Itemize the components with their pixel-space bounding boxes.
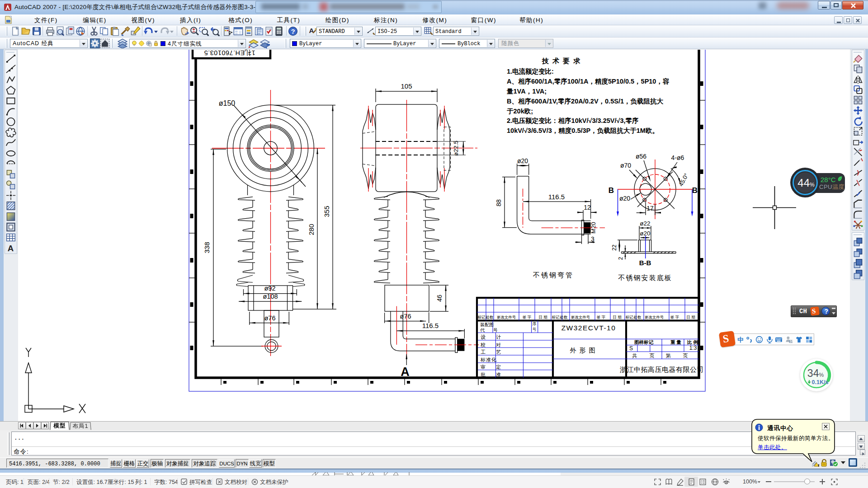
svg-text:ø56: ø56 bbox=[636, 153, 646, 160]
svg-text:设 计: 设 计 bbox=[481, 334, 505, 340]
svg-text:280: 280 bbox=[307, 224, 315, 235]
svg-text:ø22: ø22 bbox=[640, 220, 650, 227]
svg-text:1:3: 1:3 bbox=[689, 345, 697, 351]
svg-text:标记: 标记 bbox=[626, 315, 634, 319]
svg-text:日 期: 日 期 bbox=[538, 315, 547, 319]
svg-text:重 量: 重 量 bbox=[670, 339, 681, 345]
svg-text:2: 2 bbox=[618, 257, 624, 260]
svg-text:签 字: 签 字 bbox=[670, 315, 679, 319]
svg-text:17: 17 bbox=[646, 205, 654, 212]
svg-text:代 号: 代 号 bbox=[480, 328, 501, 333]
svg-text:标记: 标记 bbox=[478, 315, 486, 319]
svg-text:B、相序600A/1V,零序20A/0.2V，0.5S/1，: B、相序600A/1V,零序20A/0.2V，0.5S/1，负载阻抗大 bbox=[507, 98, 663, 105]
svg-text:2.电压额定变比：相序10kV/√3/3.25V/√3,零序: 2.电压额定变比：相序10kV/√3/3.25V/√3,零序 bbox=[507, 117, 639, 124]
svg-text:B: B bbox=[609, 186, 614, 195]
svg-text:比 例: 比 例 bbox=[687, 339, 698, 345]
svg-text:338: 338 bbox=[203, 242, 211, 253]
svg-text:不锈钢安装底板: 不锈钢安装底板 bbox=[618, 274, 672, 282]
svg-text:批 准: 批 准 bbox=[481, 372, 505, 377]
svg-text:10kV/√3/6.5V/3，精度0.5/3P，负载阻抗大于: 10kV/√3/6.5V/3，精度0.5/3P，负载阻抗大于1M欧。 bbox=[507, 127, 659, 134]
svg-text:A、相序600/1A,零序100/1A，精度5P10/0.5: A、相序600/1A,零序100/1A，精度5P10/0.5，5P10，容 bbox=[507, 78, 670, 85]
svg-text:更改文件号: 更改文件号 bbox=[571, 315, 590, 319]
svg-text:ø92: ø92 bbox=[264, 285, 276, 292]
svg-text:16: 16 bbox=[790, 340, 793, 343]
svg-text:处数: 处数 bbox=[486, 315, 494, 319]
svg-text:0.1K/s: 0.1K/s bbox=[812, 379, 829, 385]
svg-text:ø20: ø20 bbox=[640, 230, 650, 237]
svg-text:不锈钢弯管: 不锈钢弯管 bbox=[533, 271, 574, 279]
svg-text:?: ? bbox=[291, 28, 295, 35]
svg-text:审 定: 审 定 bbox=[481, 364, 505, 370]
svg-text:ø76: ø76 bbox=[400, 313, 411, 320]
svg-text:ø108: ø108 bbox=[263, 293, 278, 300]
svg-text:1.电流额定变比:: 1.电流额定变比: bbox=[507, 68, 554, 75]
svg-text:处数: 处数 bbox=[634, 315, 642, 319]
svg-text:116.5: 116.5 bbox=[548, 193, 565, 201]
svg-text:标准化: 标准化 bbox=[480, 357, 497, 362]
svg-text:B: B bbox=[692, 186, 698, 195]
svg-text:页: 页 bbox=[683, 353, 688, 358]
svg-text:12: 12 bbox=[584, 204, 591, 211]
svg-text:共: 共 bbox=[632, 353, 637, 358]
svg-text:日 期: 日 期 bbox=[686, 315, 695, 319]
svg-text:ZW32ECVT-10: ZW32ECVT-10 bbox=[561, 324, 616, 332]
svg-text:第: 第 bbox=[666, 353, 671, 358]
svg-text:技 术 要 求: 技 术 要 求 bbox=[542, 57, 581, 65]
svg-text:序: 序 bbox=[533, 322, 537, 326]
svg-text:处数: 处数 bbox=[560, 315, 568, 319]
svg-text:4-ø6: 4-ø6 bbox=[671, 154, 684, 161]
svg-text:B-B: B-B bbox=[639, 259, 651, 267]
svg-text:S: S bbox=[629, 345, 633, 352]
svg-text:ø22.5: ø22.5 bbox=[453, 141, 459, 155]
svg-text:浙江中拓高压电器有限公司: 浙江中拓高压电器有限公司 bbox=[620, 366, 704, 373]
svg-text:标记: 标记 bbox=[552, 315, 560, 319]
svg-text:116.5: 116.5 bbox=[422, 322, 439, 329]
svg-text:22: 22 bbox=[611, 244, 618, 251]
svg-text:88: 88 bbox=[495, 199, 502, 206]
svg-text:签 字: 签 字 bbox=[597, 315, 606, 319]
svg-text:1礼EH.760103.5: 1礼EH.760103.5 bbox=[204, 50, 255, 56]
svg-text:更改文件号: 更改文件号 bbox=[497, 315, 516, 319]
svg-text:号: 号 bbox=[533, 327, 537, 332]
svg-text:ø20: ø20 bbox=[619, 195, 630, 202]
svg-text:A: A bbox=[401, 365, 410, 379]
svg-text:105: 105 bbox=[401, 82, 412, 90]
svg-text:ø76: ø76 bbox=[264, 314, 276, 322]
svg-text:量1VA，1VA;: 量1VA，1VA; bbox=[506, 88, 547, 95]
svg-text:日 期: 日 期 bbox=[613, 315, 621, 319]
svg-text:签 字: 签 字 bbox=[523, 315, 532, 319]
svg-text:355: 355 bbox=[323, 206, 330, 217]
svg-text:外形图: 外形图 bbox=[570, 347, 599, 354]
svg-text:ø20: ø20 bbox=[517, 157, 528, 164]
svg-text:装配图: 装配图 bbox=[480, 322, 494, 327]
svg-text:ø150: ø150 bbox=[219, 99, 236, 107]
svg-text:A: A bbox=[8, 244, 14, 253]
svg-text:中: 中 bbox=[737, 336, 744, 343]
svg-text:更改文件号: 更改文件号 bbox=[645, 315, 664, 319]
svg-text:工 艺: 工 艺 bbox=[481, 349, 505, 355]
svg-text:3: 3 bbox=[591, 235, 594, 243]
svg-text:46: 46 bbox=[436, 295, 443, 302]
svg-text:校 对: 校 对 bbox=[480, 342, 505, 347]
svg-text:图样标记: 图样标记 bbox=[634, 339, 654, 345]
svg-text:于20k欧;: 于20k欧; bbox=[507, 108, 533, 115]
svg-text:ø70: ø70 bbox=[620, 162, 631, 169]
svg-text:页: 页 bbox=[650, 353, 655, 358]
